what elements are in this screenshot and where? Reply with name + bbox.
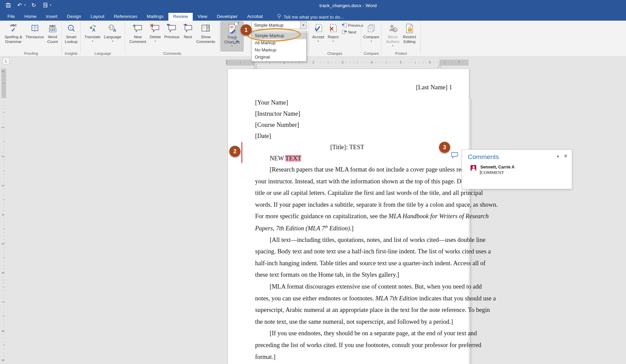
- body-line: half-inch hanging indent. Table titles a…: [255, 260, 485, 267]
- tab-developer[interactable]: Developer: [212, 13, 243, 21]
- lock-tracking-icon: [234, 21, 239, 27]
- vertical-ruler: 1123456789: [1, 69, 6, 364]
- comment-text[interactable]: COMMENT: [480, 170, 504, 175]
- group-protect: Block Authors ▾ Restrict Editing Protect: [381, 21, 421, 56]
- tab-mailings[interactable]: Mailings: [142, 13, 168, 21]
- body-line: preceding the list of works cited. If yo…: [255, 342, 481, 349]
- text-cursor: [480, 170, 480, 175]
- spelling-grammar-icon: ABC✓: [10, 22, 17, 35]
- body-line: [Research papers that use MLA format do …: [270, 166, 488, 173]
- lightbulb-icon: [277, 14, 281, 20]
- delete-comment-button[interactable]: Delete ▾: [148, 21, 163, 42]
- front-matter-line: [Date]: [255, 133, 271, 140]
- tab-acrobat[interactable]: Acrobat: [243, 13, 268, 21]
- group-language: aA Translate ▾ A Language ▾ Language: [81, 21, 125, 56]
- right-indent-marker[interactable]: [438, 63, 441, 69]
- annotation-badge-2: 2: [229, 146, 241, 157]
- print-preview-icon[interactable]: [42, 2, 49, 8]
- restrict-editing-button[interactable]: Restrict Editing: [401, 21, 418, 44]
- dropdown-option-original[interactable]: Original: [252, 53, 306, 61]
- previous-comment-button[interactable]: Previous: [163, 21, 181, 40]
- translate-button[interactable]: aA Translate ▾: [83, 21, 102, 42]
- thesaurus-button[interactable]: Thesaurus: [24, 21, 45, 40]
- comment-indicator-icon[interactable]: [451, 152, 458, 160]
- customize-qat-icon[interactable]: ▾: [50, 4, 51, 6]
- save-icon[interactable]: [5, 2, 12, 8]
- undo-icon[interactable]: ↶: [16, 2, 23, 8]
- undo-dropdown-icon[interactable]: ▾: [24, 4, 26, 6]
- tracked-insertion-line: NEW TEXT: [270, 155, 301, 162]
- word-count-button[interactable]: ABC123 Word Count: [46, 21, 60, 44]
- accept-button[interactable]: Accept ▾: [311, 21, 326, 42]
- track-changes-button[interactable]: Track Changes ▾: [221, 21, 244, 51]
- body-line: spacing. Body text and note text use a h…: [255, 248, 491, 255]
- body-line: the note text, use the same numeral, not…: [255, 318, 453, 325]
- tab-file[interactable]: File: [3, 13, 20, 21]
- body-line: Papers, 7th Edition (MLA 7th Edition).]: [255, 225, 354, 232]
- body-line: [All text—including titles, quotations, …: [270, 236, 485, 244]
- next-comment-icon: [183, 22, 193, 35]
- tab-review[interactable]: Review: [168, 13, 193, 21]
- body-line: these text formats on the Home tab, in t…: [255, 271, 399, 278]
- document-title: track_changes.docx - Word: [319, 3, 377, 8]
- ribbon: ABC✓ Spelling & Grammar Thesaurus ABC123…: [0, 21, 626, 57]
- translate-icon: aA: [88, 22, 97, 35]
- author-avatar: [471, 165, 476, 171]
- body-line: notes, you can use either endnotes or fo…: [255, 295, 496, 302]
- tell-me-box[interactable]: Tell me what you want to do...: [277, 13, 344, 21]
- group-label-changes: Changes: [309, 51, 361, 55]
- smart-lookup-icon: i: [67, 22, 76, 35]
- display-for-review-value: Simple Markup: [252, 23, 300, 28]
- group-insights: i Smart Lookup Insights: [62, 21, 81, 56]
- spelling-grammar-button[interactable]: ABC✓ Spelling & Grammar: [3, 21, 24, 44]
- next-change-button[interactable]: Next: [342, 29, 363, 36]
- body-line: format.]: [255, 354, 275, 361]
- title-bar: ↶ ▾ ↻ ▾ track_changes.docx - Word: [0, 0, 626, 13]
- block-authors-icon: [388, 22, 398, 35]
- tab-home[interactable]: Home: [20, 13, 41, 21]
- new-comment-button[interactable]: New Comment: [128, 21, 148, 44]
- thesaurus-icon: [30, 22, 39, 35]
- first-line-indent-marker[interactable]: [254, 64, 257, 72]
- tab-design[interactable]: Design: [62, 13, 86, 21]
- group-label-proofing: Proofing: [1, 51, 62, 55]
- comment-author: Sennett, Carrie A: [480, 165, 515, 169]
- tab-references[interactable]: References: [109, 13, 142, 21]
- annotation-badge-3: 3: [439, 142, 450, 153]
- next-comment-button[interactable]: Next: [181, 21, 195, 40]
- tab-layout[interactable]: Layout: [86, 13, 109, 21]
- ribbon-tab-row: FileHomeInsertDesignLayoutReferencesMail…: [0, 13, 626, 21]
- page-header: [Last Name] 1: [416, 84, 452, 91]
- compare-icon: [367, 22, 376, 35]
- show-comments-button[interactable]: Show Comments: [195, 21, 217, 44]
- document-title-line: [Title]: TEST: [330, 144, 364, 151]
- reject-button[interactable]: Reject ▾: [326, 21, 340, 42]
- restrict-editing-icon: [405, 22, 414, 35]
- tab-view[interactable]: View: [193, 13, 212, 21]
- tracked-change-bar: [242, 142, 242, 163]
- language-button[interactable]: A Language ▾: [102, 21, 123, 42]
- compare-button[interactable]: Compare ▾: [361, 21, 381, 42]
- previous-change-icon: [342, 23, 347, 28]
- smart-lookup-button[interactable]: i Smart Lookup: [63, 21, 79, 44]
- dropdown-option-no-markup[interactable]: No Markup: [252, 46, 306, 53]
- word-window: ↶ ▾ ↻ ▾ track_changes.docx - Word FileHo…: [0, 0, 626, 364]
- group-changes: Accept ▾ Reject ▾ Previous: [309, 21, 361, 56]
- body-line: For more specific guidance on capitaliza…: [255, 213, 488, 220]
- body-line: your instructor. Instead, start with the…: [255, 178, 496, 185]
- redo-icon[interactable]: ↻: [30, 2, 37, 8]
- previous-change-button[interactable]: Previous: [342, 22, 363, 29]
- group-label-comments: Comments: [125, 51, 220, 55]
- group-label-language: Language: [81, 51, 125, 55]
- group-label-protect: Protect: [381, 51, 421, 55]
- previous-comment-icon: [167, 22, 177, 35]
- combo-dropdown-icon[interactable]: ▼: [300, 21, 306, 29]
- ribbon-tabs: FileHomeInsertDesignLayoutReferencesMail…: [3, 13, 268, 21]
- comments-pane-menu-icon[interactable]: ▼: [556, 155, 560, 158]
- tab-insert[interactable]: Insert: [41, 13, 62, 21]
- front-matter-line: [Instructor Name]: [255, 110, 300, 117]
- reviewing-pane-icon[interactable]: [234, 39, 239, 45]
- body-line: title or use all capital letters. Capita…: [255, 189, 483, 197]
- tab-selector[interactable]: L: [3, 58, 9, 64]
- comments-pane-close-icon[interactable]: ✕: [564, 153, 568, 159]
